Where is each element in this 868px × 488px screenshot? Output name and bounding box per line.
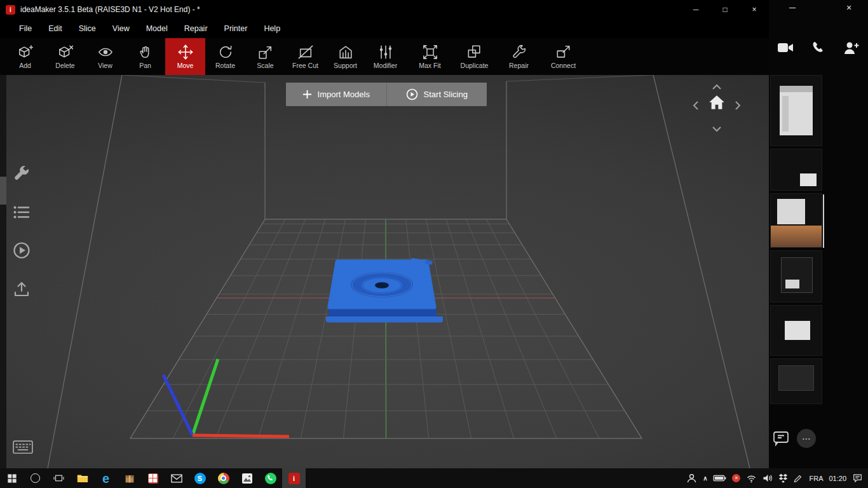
- file-explorer-button[interactable]: [71, 468, 94, 488]
- close-button[interactable]: ×: [740, 0, 769, 19]
- chat-button[interactable]: [771, 429, 790, 448]
- toolbar-repair-button[interactable]: Repair: [499, 38, 539, 75]
- panel-minimize-button[interactable]: ─: [789, 3, 796, 13]
- photos-button[interactable]: [235, 468, 259, 488]
- panel-bottom-actions: ⋯: [771, 429, 816, 448]
- people-icon[interactable]: [686, 473, 697, 483]
- task-view-button[interactable]: [47, 468, 71, 488]
- add-person-icon: [843, 41, 860, 55]
- model-list-button[interactable]: [13, 203, 31, 221]
- battery-icon[interactable]: [713, 475, 726, 482]
- toolbar-label: Modifier: [374, 62, 397, 69]
- play-circle-icon: [406, 88, 418, 100]
- red-grid-app-button[interactable]: [141, 468, 165, 488]
- toolbar-label: Rotate: [215, 62, 235, 69]
- free-cut-icon: [298, 44, 313, 60]
- title-bar: i ideaMaker 3.5.1 Beta (RAISE3D N1 - V2 …: [0, 0, 769, 19]
- menu-edit[interactable]: Edit: [40, 24, 71, 33]
- minimize-button[interactable]: ─: [681, 0, 710, 19]
- keyboard-shortcuts-button[interactable]: [13, 440, 33, 454]
- add-person-button[interactable]: [839, 37, 864, 58]
- mail-button[interactable]: [165, 468, 188, 488]
- nav-right-button[interactable]: [735, 100, 741, 113]
- scale-icon: [258, 44, 273, 60]
- voice-call-button[interactable]: [806, 37, 831, 58]
- menu-repair[interactable]: Repair: [176, 24, 216, 33]
- speaker-icon[interactable]: [763, 473, 773, 483]
- toolbar-rotate-button[interactable]: Rotate: [205, 38, 245, 75]
- start-slicing-button[interactable]: Start Slicing: [386, 83, 487, 106]
- move-arrows-icon: [178, 44, 193, 60]
- nav-left-button[interactable]: [693, 100, 699, 113]
- wifi-icon[interactable]: [746, 474, 757, 483]
- menu-printer[interactable]: Printer: [216, 24, 256, 33]
- screen-thumbnail[interactable]: [770, 193, 822, 248]
- chrome-button[interactable]: [212, 468, 235, 488]
- ideamaker-taskbar-button[interactable]: i: [282, 468, 306, 488]
- menu-file[interactable]: File: [11, 24, 40, 33]
- edge-browser-button[interactable]: e: [94, 468, 118, 488]
- delete-cube-icon: [58, 44, 73, 60]
- model-3d[interactable]: [326, 258, 443, 323]
- export-button[interactable]: [13, 280, 31, 298]
- language-indicator[interactable]: FRA: [809, 475, 823, 482]
- start-button[interactable]: [0, 468, 24, 488]
- import-models-label: Import Models: [318, 90, 370, 99]
- toolbar-move-button[interactable]: Move: [165, 38, 205, 75]
- pen-icon[interactable]: [794, 473, 803, 483]
- toolbar-add-button[interactable]: Add: [5, 38, 45, 75]
- screen-thumbnail[interactable]: [770, 305, 822, 356]
- cortana-search-button[interactable]: [24, 468, 47, 488]
- toolbar-connect-button[interactable]: Connect: [543, 38, 583, 75]
- nav-home-button[interactable]: [708, 94, 726, 113]
- toolbar-label: Connect: [551, 62, 576, 69]
- skype-icon: S: [194, 473, 206, 484]
- screen-thumbnail[interactable]: [770, 250, 822, 302]
- settings-wrench-button[interactable]: [13, 164, 31, 182]
- tray-expand-icon[interactable]: ∧: [703, 475, 707, 482]
- viewport-canvas[interactable]: [0, 75, 769, 468]
- notification-icon[interactable]: [852, 473, 863, 484]
- menu-view[interactable]: View: [104, 24, 138, 33]
- toolbar-duplicate-button[interactable]: Duplicate: [454, 38, 494, 75]
- toolbar-view-button[interactable]: View: [85, 38, 125, 75]
- start-button[interactable]: [13, 241, 31, 259]
- task-view-icon: [53, 473, 64, 484]
- viewport[interactable]: Import Models Start Slicing: [0, 75, 769, 468]
- menu-model[interactable]: Model: [138, 24, 176, 33]
- nav-up-button[interactable]: [712, 81, 722, 93]
- screen-thumbnail[interactable]: [770, 75, 822, 146]
- package-app-button[interactable]: [118, 468, 141, 488]
- toolbar-pan-button[interactable]: Pan: [125, 38, 165, 75]
- screen-thumbnail[interactable]: [770, 358, 822, 404]
- nav-down-button[interactable]: [712, 123, 722, 135]
- toolbar-label: Repair: [509, 62, 529, 69]
- add-cube-icon: [18, 44, 33, 60]
- whatsapp-button[interactable]: [259, 468, 282, 488]
- toolbar-freecut-button[interactable]: Free Cut: [285, 38, 325, 75]
- whatsapp-icon: [265, 473, 276, 484]
- skype-button[interactable]: S: [188, 468, 212, 488]
- menu-slice[interactable]: Slice: [71, 24, 104, 33]
- dropbox-icon[interactable]: [778, 473, 788, 483]
- maximize-button[interactable]: □: [710, 0, 740, 19]
- clock[interactable]: 01:20: [829, 475, 846, 482]
- menu-help[interactable]: Help: [255, 24, 288, 33]
- toolbar-label: Pan: [139, 62, 151, 69]
- rotate-icon: [218, 44, 233, 60]
- windows-logo-icon: [7, 473, 17, 484]
- toolbar-scale-button[interactable]: Scale: [245, 38, 285, 75]
- toolbar-maxfit-button[interactable]: Max Fit: [410, 38, 450, 75]
- thumbnail-scrollbar[interactable]: [823, 194, 824, 248]
- toolbar-delete-button[interactable]: Delete: [45, 38, 85, 75]
- left-strip-indicator: [0, 177, 6, 205]
- video-call-button[interactable]: [773, 37, 798, 58]
- toolbar-support-button[interactable]: Support: [325, 38, 365, 75]
- more-options-button[interactable]: ⋯: [797, 429, 816, 448]
- sync-error-icon[interactable]: ×: [732, 474, 740, 482]
- support-icon: [338, 44, 353, 60]
- toolbar-modifier-button[interactable]: Modifier: [365, 38, 405, 75]
- screen-thumbnail[interactable]: [770, 149, 822, 191]
- panel-close-button[interactable]: ×: [846, 3, 851, 13]
- import-models-button[interactable]: Import Models: [286, 83, 386, 106]
